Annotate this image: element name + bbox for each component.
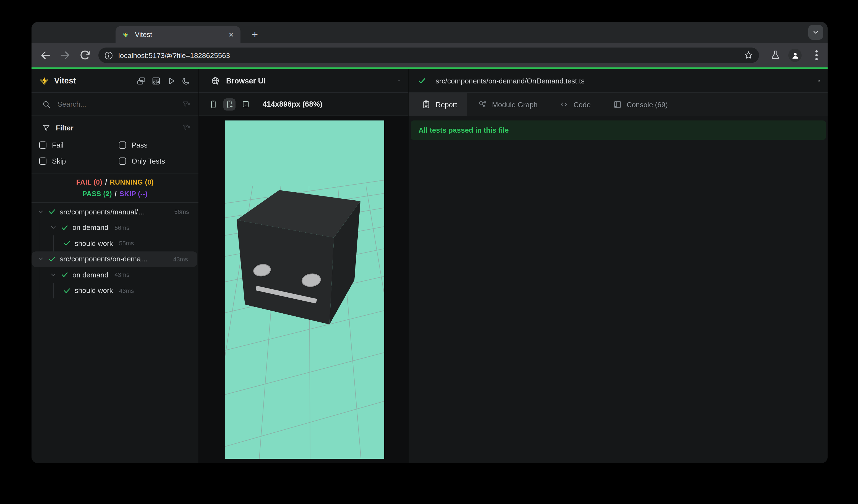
separator: / [105,179,107,186]
checkbox-label: Skip [52,157,66,165]
run-all-play-icon[interactable] [166,76,176,85]
checkbox-box[interactable] [39,157,46,164]
tab-module-graph[interactable]: Module Graph [467,93,549,116]
clear-search-filter-icon[interactable] [182,100,191,109]
browser-tab[interactable]: Vitest ✕ [115,26,240,43]
browser-menu-kebab-icon[interactable] [812,49,821,61]
tab-label: Report [435,100,457,109]
tab-console[interactable]: Console (69) [602,93,679,116]
address-bar[interactable]: localhost:5173/#/?file=1828625563 [98,48,759,63]
tested-component-iframe[interactable] [225,120,384,459]
device-tablet-button[interactable] [239,98,252,110]
chevron-down-icon[interactable] [37,208,44,215]
sidebar: Vitest F [32,69,199,463]
test-file-row-selected[interactable]: src/components/on-dema… 43ms [32,251,197,267]
chevron-down-icon[interactable] [37,256,44,263]
test-suite-name: on demand [73,271,108,279]
report-content: All tests passed in this file [409,116,828,463]
url-text[interactable]: localhost:5173/#/?file=1828625563 [118,51,738,60]
device-phone-button[interactable] [207,98,220,110]
filter-checkbox-only-tests[interactable]: Only Tests [119,155,191,167]
device-toolbar: 414x896px (68%) [199,93,408,116]
chevron-down-icon[interactable] [50,271,57,278]
test-suite-row[interactable]: on demand 56ms [32,220,198,235]
open-external-link-icon[interactable] [818,76,828,85]
tablet-icon [241,100,250,108]
filter-options: Fail Pass Skip Only Tests [39,139,191,167]
report-header: src/components/on-demand/OnDemand.test.t… [409,69,828,93]
test-duration: 43ms [173,256,197,262]
test-duration: 56ms [174,209,198,215]
test-file-row[interactable]: src/components/manual/… 56ms [32,204,198,220]
console-icon [613,100,622,109]
tab-search-chevron-button[interactable] [808,25,823,39]
collapse-windows-icon[interactable] [137,76,146,85]
device-phone-plus-button[interactable] [223,98,236,110]
test-duration: 43ms [114,272,129,278]
tab-label: Code [574,100,591,109]
robot-3d-scene [225,120,384,459]
tab-report[interactable]: Report [409,93,467,116]
pass-check-icon [63,287,71,295]
bookmark-star-icon[interactable] [744,50,753,60]
new-tab-button[interactable]: + [247,27,263,43]
tab-code[interactable]: Code [549,93,602,116]
clear-filter-icon[interactable] [182,123,191,132]
browser-ui-header: Browser UI [199,69,408,93]
filter-title-row: Filter [39,120,191,135]
test-file-path: src/components/on-demand/OnDemand.test.t… [435,77,818,85]
globe-icon [211,76,220,85]
separator: / [115,190,117,198]
test-file-name: src/components/manual/… [60,208,145,216]
app-title: Vitest [54,76,76,85]
forward-button[interactable] [59,49,71,61]
dashboard-report-icon[interactable] [152,76,161,85]
test-suite-row[interactable]: on demand 43ms [32,267,198,283]
filter-checkbox-fail[interactable]: Fail [39,139,119,151]
pass-check-icon [48,255,56,263]
banner-text: All tests passed in this file [418,126,509,134]
sidebar-header: Vitest [32,69,198,93]
tab-title: Vitest [135,31,223,38]
test-summary: FAIL (0)/RUNNING (0) PASS (2)/SKIP (--) [32,174,198,203]
test-suite-name: on demand [73,224,108,232]
filter-section: Filter Fail Pass [32,116,198,174]
filter-title: Filter [56,124,176,132]
filter-checkbox-pass[interactable]: Pass [119,139,191,151]
test-file-name: src/components/on-dema… [60,255,148,263]
pass-count: PASS (2) [82,190,112,198]
browser-toolbar: localhost:5173/#/?file=1828625563 [32,43,828,67]
report-tabs: Report Module Graph Code Console (69) [409,93,828,116]
dark-mode-moon-icon[interactable] [181,76,191,85]
reload-button[interactable] [79,49,91,61]
checkbox-box[interactable] [39,141,46,148]
test-duration: 43ms [119,287,134,294]
search-row [32,93,198,116]
phone-plus-icon [225,100,234,109]
checkbox-box[interactable] [119,157,126,164]
pass-check-icon [61,224,68,231]
browser-window: Vitest ✕ + localhost:5173/#/?file=182862… [32,22,828,463]
test-case-row[interactable]: should work 55ms [32,235,198,251]
back-button[interactable] [39,49,51,61]
search-input[interactable] [57,99,176,109]
tab-close-icon[interactable]: ✕ [228,31,234,38]
clipboard-report-icon [422,100,431,109]
phone-icon [209,100,218,109]
vitest-app: Vitest F [32,69,828,463]
person-icon [791,51,799,60]
filter-checkbox-skip[interactable]: Skip [39,155,119,167]
test-case-row[interactable]: should work 43ms [32,283,198,298]
checkbox-box[interactable] [119,141,126,148]
site-info-icon[interactable] [104,51,113,60]
experiments-flask-icon[interactable] [770,50,781,60]
chevron-down-icon[interactable] [50,224,57,231]
profile-avatar[interactable] [788,49,801,62]
code-icon [560,100,569,109]
report-panel: src/components/on-demand/OnDemand.test.t… [409,69,828,463]
checkbox-label: Only Tests [131,157,165,165]
viewport-size-label[interactable]: 414x896px (68%) [263,100,322,108]
dock-panel-right-icon[interactable] [398,76,408,86]
test-duration: 56ms [114,224,129,231]
tab-strip: Vitest ✕ + [32,22,828,43]
